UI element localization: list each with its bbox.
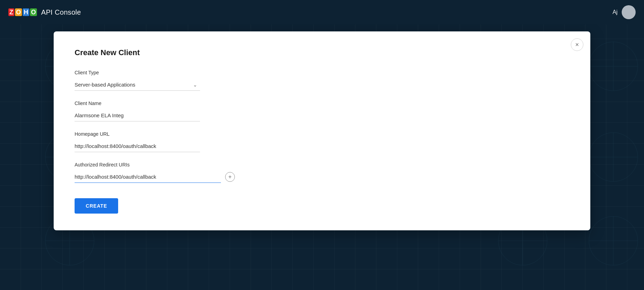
create-button[interactable]: CREATE [75,198,118,214]
add-uri-button[interactable]: + [225,172,235,182]
plus-icon: + [228,174,231,180]
client-name-group: Client Name [75,101,569,121]
redirect-uris-label: Authorized Redirect URIs [75,162,569,168]
modal: × Create New Client Client Type Server-b… [54,31,590,230]
avatar[interactable] [622,5,636,19]
redirect-uri-input[interactable] [75,171,221,183]
modal-close-button[interactable]: × [571,38,583,51]
zoho-letter-h: H [23,8,29,16]
header-right: Aj [613,5,636,19]
zoho-letter-o1: O [15,8,22,16]
client-type-select-wrapper: Server-based Applications Self Client Mo… [75,79,200,91]
client-type-group: Client Type Server-based Applications Se… [75,70,569,91]
zoho-letter-o2: O [30,8,37,16]
client-name-label: Client Name [75,101,569,106]
homepage-url-group: Homepage URL [75,131,569,152]
header-left: Z O H O API Console [8,8,81,16]
client-type-label: Client Type [75,70,569,75]
redirect-uri-wrapper: + [75,171,235,183]
app-title: API Console [41,8,81,16]
client-type-select[interactable]: Server-based Applications Self Client Mo… [75,79,200,91]
modal-overlay: × Create New Client Client Type Server-b… [0,24,644,290]
client-name-input[interactable] [75,110,200,121]
zoho-letter-z: Z [8,8,14,16]
modal-title: Create New Client [75,48,569,57]
header: Z O H O API Console Aj [0,0,644,24]
homepage-url-input[interactable] [75,140,200,152]
redirect-uris-group: Authorized Redirect URIs + [75,162,569,183]
zoho-logo: Z O H O [8,8,37,16]
homepage-url-label: Homepage URL [75,131,569,137]
user-initial: Aj [613,9,618,15]
